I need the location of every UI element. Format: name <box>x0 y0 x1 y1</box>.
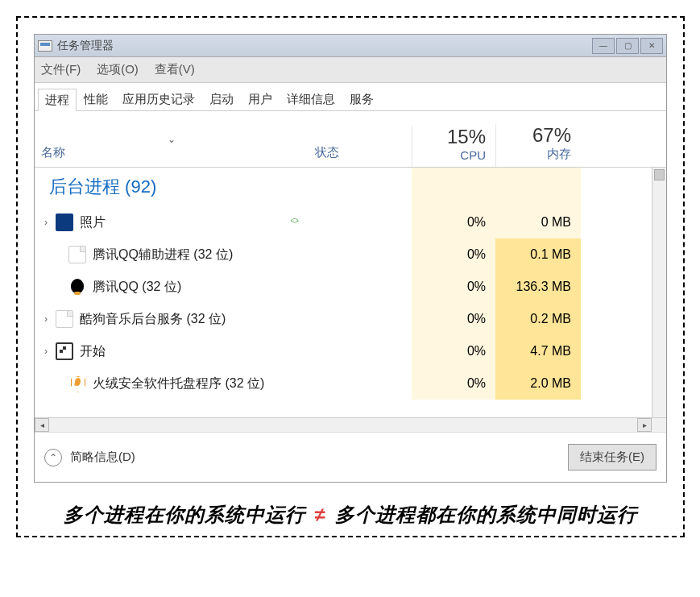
memory-value: 2.0 MB <box>495 367 581 400</box>
footer: ⌃ 简略信息(D) 结束任务(E) <box>35 432 666 482</box>
photo-icon <box>56 214 73 231</box>
cpu-value: 0% <box>412 335 495 367</box>
table-header: ⌄ 名称 状态 15% CPU 67% 内存 <box>35 111 666 168</box>
cpu-value: 0% <box>412 271 495 303</box>
menu-options[interactable]: 选项(O) <box>93 60 142 79</box>
tabbar: 进程 性能 应用历史记录 启动 用户 详细信息 服务 <box>35 83 666 111</box>
tab-performance[interactable]: 性能 <box>77 88 115 110</box>
titlebar: 任务管理器 — ▢ ✕ <box>35 35 666 57</box>
start-icon <box>56 342 73 360</box>
process-row[interactable]: 火绒安全软件托盘程序 (32 位)0%2.0 MB <box>35 367 652 400</box>
menubar: 文件(F) 选项(O) 查看(V) <box>35 57 666 83</box>
process-name: 开始 <box>80 343 106 360</box>
process-name: 腾讯QQ (32 位) <box>93 279 181 296</box>
tab-history[interactable]: 应用历史记录 <box>115 88 202 110</box>
close-button[interactable]: ✕ <box>640 38 663 54</box>
shield-icon <box>68 375 86 392</box>
scroll-right-button[interactable]: ▸ <box>637 418 652 432</box>
leaf-icon: ⌔ <box>291 215 299 230</box>
col-header-memory[interactable]: 67% 内存 <box>495 124 581 167</box>
tab-processes[interactable]: 进程 <box>38 89 77 111</box>
process-table: ⌄ 名称 状态 15% CPU 67% 内存 <box>35 111 666 432</box>
cpu-value: 0% <box>412 238 495 271</box>
scroll-thumb[interactable] <box>654 169 665 180</box>
chevron-down-icon: ⌄ <box>168 134 176 145</box>
end-task-button[interactable]: 结束任务(E) <box>568 444 657 471</box>
cpu-value: 0% <box>412 367 495 400</box>
tab-startup[interactable]: 启动 <box>202 88 241 110</box>
memory-value: 4.7 MB <box>495 335 581 367</box>
app-icon <box>38 40 52 52</box>
doc-icon <box>56 310 73 328</box>
doc-icon <box>68 246 86 263</box>
scroll-left-button[interactable]: ◂ <box>35 418 49 432</box>
caption-text: 多个进程在你的系统中运行 ≠ 多个进程都在你的系统中同时运行 <box>34 502 667 528</box>
brief-info-label[interactable]: 简略信息(D) <box>70 450 135 465</box>
expand-arrow-icon[interactable]: › <box>39 346 52 357</box>
memory-value: 0.2 MB <box>495 303 581 335</box>
process-name: 照片 <box>80 214 106 231</box>
tab-services[interactable]: 服务 <box>342 88 381 110</box>
memory-value: 136.3 MB <box>495 271 581 303</box>
task-manager-window: 任务管理器 — ▢ ✕ 文件(F) 选项(O) 查看(V) 进程 性能 应用历史… <box>34 34 667 483</box>
col-header-status[interactable]: 状态 <box>309 126 412 167</box>
process-name: 酷狗音乐后台服务 (32 位) <box>80 311 226 328</box>
menu-file[interactable]: 文件(F) <box>38 60 84 79</box>
expand-arrow-icon[interactable]: › <box>39 313 52 325</box>
col-header-name[interactable]: ⌄ 名称 <box>35 127 309 167</box>
vertical-scrollbar[interactable] <box>652 168 666 417</box>
process-row[interactable]: ›照片⌔0%0 MB <box>35 206 652 238</box>
process-row[interactable]: 腾讯QQ (32 位)0%136.3 MB <box>35 271 652 303</box>
memory-value: 0 MB <box>495 206 581 238</box>
process-name: 腾讯QQ辅助进程 (32 位) <box>93 247 233 263</box>
cpu-value: 0% <box>412 206 495 238</box>
process-row[interactable]: ›酷狗音乐后台服务 (32 位)0%0.2 MB <box>35 303 652 335</box>
tab-details[interactable]: 详细信息 <box>280 88 342 110</box>
expand-arrow-icon[interactable]: › <box>39 217 52 228</box>
not-equal-icon: ≠ <box>314 504 325 525</box>
horizontal-scrollbar[interactable]: ◂ ▸ <box>35 417 666 432</box>
process-group-header[interactable]: 后台进程 (92) <box>35 168 652 206</box>
minimize-button[interactable]: — <box>592 38 615 54</box>
process-name: 火绒安全软件托盘程序 (32 位) <box>93 375 264 392</box>
window-title: 任务管理器 <box>57 39 592 53</box>
cpu-value: 0% <box>412 303 495 335</box>
process-row[interactable]: 腾讯QQ辅助进程 (32 位)0%0.1 MB <box>35 238 652 271</box>
qq-icon <box>68 278 86 296</box>
process-row[interactable]: ›开始0%4.7 MB <box>35 335 652 367</box>
maximize-button[interactable]: ▢ <box>616 38 639 54</box>
tab-users[interactable]: 用户 <box>241 88 280 110</box>
menu-view[interactable]: 查看(V) <box>151 60 198 79</box>
memory-value: 0.1 MB <box>495 238 581 271</box>
col-header-cpu[interactable]: 15% CPU <box>412 126 495 167</box>
details-toggle[interactable]: ⌃ <box>44 449 62 466</box>
